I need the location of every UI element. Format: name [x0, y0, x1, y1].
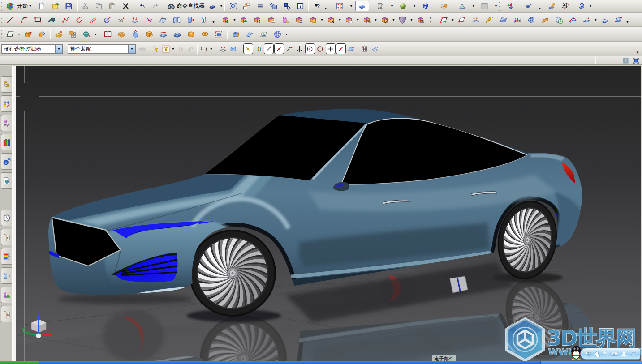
- offset-curve-button[interactable]: [88, 14, 99, 26]
- select-prev-button[interactable]: [176, 43, 185, 54]
- dropdown-arrow-icon[interactable]: ▼: [211, 15, 215, 25]
- tab-roles[interactable]: [1, 287, 12, 303]
- tab-scene-background[interactable]: [1, 306, 12, 322]
- snap-midpoint-button[interactable]: [274, 43, 284, 54]
- cut-button[interactable]: [80, 1, 91, 11]
- graphics-viewport[interactable]: Y: [16, 66, 641, 361]
- windows-taskbar[interactable]: [0, 361, 642, 364]
- thicken-button[interactable]: [172, 29, 183, 40]
- transform-button[interactable]: [238, 14, 250, 26]
- delete-feature-button[interactable]: [325, 14, 337, 26]
- view-info-button[interactable]: [268, 1, 279, 11]
- show-edges-button[interactable]: [272, 29, 284, 40]
- revolve-button[interactable]: [36, 29, 48, 40]
- restore-window-button[interactable]: [632, 57, 640, 64]
- snap-face-button[interactable]: [346, 43, 356, 54]
- dropdown-arrow-icon[interactable]: ▼: [494, 1, 498, 11]
- trim-button[interactable]: [144, 29, 155, 40]
- user-icon[interactable]: [620, 351, 627, 357]
- start-button-sliver[interactable]: [0, 361, 39, 364]
- shell-button[interactable]: [185, 29, 197, 40]
- fit-window-button[interactable]: [241, 1, 252, 11]
- copy-feature-button[interactable]: [343, 14, 355, 26]
- dropdown-arrow-icon[interactable]: ▼: [209, 44, 213, 54]
- wrench-icon[interactable]: [629, 351, 636, 357]
- filter-reset-button[interactable]: [151, 43, 161, 54]
- selection-scope-combo[interactable]: 整个装配 ▼: [68, 44, 136, 54]
- pull-face-button[interactable]: [521, 1, 535, 11]
- bounding-body-button[interactable]: [213, 29, 225, 40]
- grid-snap-button[interactable]: [360, 43, 370, 54]
- resize-view-button[interactable]: [228, 1, 238, 11]
- replace-face-button[interactable]: [576, 1, 587, 11]
- snap-curve-button[interactable]: [284, 43, 294, 54]
- dropdown-arrow-icon[interactable]: ▼: [356, 15, 360, 25]
- toolbar-drag-handle[interactable]: [216, 15, 218, 25]
- snap-point-on-curve-button[interactable]: [336, 43, 346, 54]
- dropdown-arrow-icon[interactable]: ▼: [374, 15, 378, 25]
- draft-button[interactable]: [258, 29, 270, 40]
- dropdown-arrow-icon[interactable]: ▼: [594, 15, 598, 25]
- tab-visualization[interactable]: [1, 267, 12, 284]
- context-help-button[interactable]: ?: [311, 1, 322, 11]
- fit-view-button[interactable]: [333, 1, 347, 11]
- start-menu-button[interactable]: 开始▼: [17, 1, 32, 12]
- selection-filter-combo[interactable]: 没有选择过滤器 ▼: [1, 44, 63, 54]
- subtract-button[interactable]: [130, 29, 142, 40]
- nx-logo-button[interactable]: [4, 1, 15, 11]
- curve-surface-button[interactable]: [567, 14, 579, 26]
- extract-curve-button[interactable]: [185, 14, 197, 26]
- toolbar-drag-handle[interactable]: [434, 15, 436, 25]
- four-point-surface-button[interactable]: [438, 14, 450, 26]
- dropdown-arrow-icon[interactable]: ▼: [471, 1, 475, 11]
- tab-hd3d-tool[interactable]: [1, 172, 12, 189]
- toolbar-drag-handle[interactable]: [0, 15, 3, 25]
- ime-toolbar[interactable]: 中: [580, 348, 640, 360]
- tab-system-materials[interactable]: [1, 229, 12, 245]
- offset-surface-button[interactable]: [599, 14, 611, 26]
- show-body-button[interactable]: [228, 43, 238, 54]
- section-view-button[interactable]: [437, 1, 451, 11]
- toolbar-drag-handle[interactable]: [0, 30, 3, 39]
- isolate-button[interactable]: [415, 14, 427, 26]
- studio-spline-button[interactable]: [46, 14, 58, 26]
- window-style-button[interactable]: [374, 1, 388, 11]
- n-sided-surface-button[interactable]: [526, 14, 537, 26]
- background-button[interactable]: [478, 1, 491, 11]
- object-info-button[interactable]: ii: [281, 1, 292, 11]
- render-style-button[interactable]: [396, 1, 410, 11]
- dropdown-arrow-icon[interactable]: ▼: [284, 29, 289, 39]
- hole-button[interactable]: [81, 29, 93, 40]
- pattern-button[interactable]: [67, 29, 79, 40]
- toolbar-overflow-icon[interactable]: ▼: [636, 51, 639, 55]
- swept-button[interactable]: [539, 14, 551, 26]
- dropdown-arrow-icon[interactable]: ▼: [349, 1, 353, 11]
- warn-feature-button[interactable]: [280, 14, 291, 26]
- circle-button[interactable]: [102, 14, 113, 26]
- dim-feature-button[interactable]: x: [379, 14, 391, 26]
- wireframe-button[interactable]: [418, 1, 432, 11]
- keyboard-icon[interactable]: [612, 351, 618, 357]
- datum-plane-button[interactable]: [4, 29, 16, 40]
- snap-sheet-button[interactable]: [370, 43, 380, 54]
- dropdown-arrow-icon[interactable]: ▼: [409, 15, 414, 25]
- grab-button[interactable]: [266, 14, 277, 26]
- through-curves-button[interactable]: [613, 14, 625, 26]
- delete-face-button[interactable]: xx: [560, 1, 570, 11]
- snap-pole-button[interactable]: [295, 43, 305, 54]
- ruled-surface-button[interactable]: [498, 14, 509, 26]
- tab-materials-textures[interactable]: [1, 248, 12, 265]
- mesh-surface-button[interactable]: [470, 14, 482, 26]
- dropdown-arrow-icon[interactable]: ▼: [390, 1, 394, 11]
- snap-quadrant-button[interactable]: [315, 43, 325, 54]
- copy-button[interactable]: [94, 1, 104, 11]
- offset-region-button[interactable]: [546, 1, 557, 11]
- ime-mode-label[interactable]: 中: [586, 350, 592, 358]
- redo-button[interactable]: [151, 1, 161, 11]
- pull-button[interactable]: [252, 14, 263, 26]
- toolbar-drag-handle[interactable]: [0, 1, 3, 11]
- intersect-curve-button[interactable]: [143, 14, 155, 26]
- clip-section-button[interactable]: [455, 1, 469, 11]
- pattern-feature-button[interactable]: [361, 14, 373, 26]
- command-finder-button[interactable]: 命令查找器: [166, 1, 206, 12]
